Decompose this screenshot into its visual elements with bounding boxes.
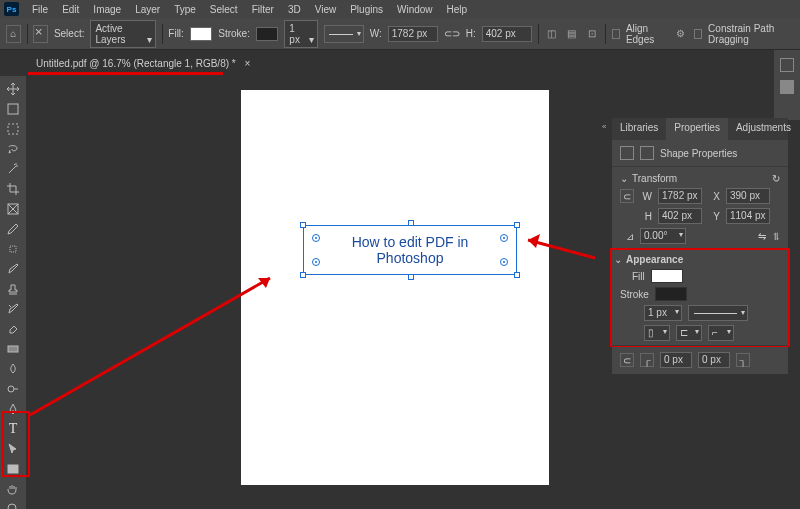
select-dropdown[interactable]: Active Layers [90,20,155,48]
wand-tool[interactable] [2,159,24,179]
collapsed-panel-icon[interactable] [780,58,794,72]
stroke-swatch[interactable] [256,27,278,41]
move-tool[interactable] [2,79,24,99]
prop-h-input[interactable]: 402 px [658,208,702,224]
crop-tool[interactable] [2,179,24,199]
marquee-tool[interactable] [2,119,24,139]
flip-h-icon[interactable]: ⇋ [758,231,766,242]
menu-file[interactable]: File [25,2,55,17]
svg-rect-3 [10,246,16,252]
panel-collapse-icon[interactable]: « [602,122,606,131]
link-wh-icon[interactable]: ⊂ [620,189,634,203]
eraser-tool[interactable] [2,319,24,339]
link-corners-icon[interactable]: ⊂ [620,353,634,367]
menu-image[interactable]: Image [86,2,128,17]
menu-select[interactable]: Select [203,2,245,17]
menu-filter[interactable]: Filter [245,2,281,17]
align-icon[interactable]: ▤ [565,26,579,42]
selected-shape[interactable]: How to edit PDF in Photoshop [303,225,517,275]
eyedropper-tool[interactable] [2,219,24,239]
menu-layer[interactable]: Layer [128,2,167,17]
blur-tool[interactable] [2,359,24,379]
svg-rect-1 [8,124,18,134]
tab-adjustments[interactable]: Adjustments [728,118,799,140]
artboard-tool[interactable] [2,99,24,119]
angle-input[interactable]: 0.00° [640,228,686,244]
zoom-tool[interactable] [2,499,24,509]
stroke-caps-dropdown[interactable]: ⊏ [676,325,702,341]
chevron-down-icon[interactable]: ⌄ [614,254,622,265]
transform-section: ⌄Transform↻ ⊂ W1782 px X390 px H402 px Y… [612,166,788,250]
stroke-corners-dropdown[interactable]: ⌐ [708,325,734,341]
stroke-align-dropdown[interactable]: ▯ [644,325,670,341]
collapsed-panel-icon[interactable] [780,80,794,94]
mask-icon [640,146,654,160]
constrain-checkbox[interactable] [694,29,702,39]
menu-3d[interactable]: 3D [281,2,308,17]
dodge-tool[interactable] [2,379,24,399]
fill-swatch[interactable] [651,269,683,283]
app-logo: Ps [4,2,19,16]
prop-x-input[interactable]: 390 px [726,188,770,204]
menu-edit[interactable]: Edit [55,2,86,17]
arrange-icon[interactable]: ⊡ [585,26,599,42]
stroke-style-dropdown[interactable] [688,305,748,321]
corner-tr-icon: ┐ [736,353,750,367]
link-wh-icon[interactable]: ⊂⊃ [444,28,460,39]
stamp-tool[interactable] [2,279,24,299]
document-canvas[interactable]: How to edit PDF in Photoshop [241,90,549,485]
reset-icon[interactable]: ↻ [772,173,780,184]
tool-preset-icon[interactable] [33,25,48,43]
appearance-title: Appearance [626,254,683,265]
svg-rect-0 [8,104,18,114]
panel-header: Shape Properties [612,140,788,166]
stroke-width-input[interactable]: 1 px [284,20,318,48]
menu-plugins[interactable]: Plugins [343,2,390,17]
corner-tl-input[interactable]: 0 px [660,352,692,368]
document-tab[interactable]: Untitled.pdf @ 16.7% (Rectangle 1, RGB/8… [28,54,264,73]
text-content[interactable]: How to edit PDF in Photoshop [304,226,516,266]
width-input[interactable] [388,26,438,42]
appearance-section: ⌄Appearance Fill Stroke 1 px ▯ ⊏ ⌐ [610,248,790,347]
prop-w-input[interactable]: 1782 px [658,188,702,204]
stroke-style-dropdown[interactable]: ▾ [324,25,364,43]
angle-icon: ⊿ [620,231,634,242]
menu-view[interactable]: View [308,2,344,17]
frame-tool[interactable] [2,199,24,219]
properties-panel: ≡ « Libraries Properties Adjustments Sha… [612,118,788,374]
fill-swatch[interactable] [190,27,212,41]
options-bar: ⌂ Select: Active Layers Fill: Stroke: 1 … [0,18,800,50]
flip-v-icon[interactable]: ⥮ [772,231,780,242]
chevron-down-icon[interactable]: ⌄ [620,173,628,184]
menu-bar: Ps File Edit Image Layer Type Select Fil… [0,0,800,18]
gradient-tool[interactable] [2,339,24,359]
tab-properties[interactable]: Properties [666,118,728,140]
collapsed-panels [774,50,800,120]
menu-help[interactable]: Help [440,2,475,17]
home-icon[interactable]: ⌂ [6,25,21,43]
close-tab-icon[interactable]: × [244,58,250,69]
align-edges-label: Align Edges [626,23,668,45]
prop-y-input[interactable]: 1104 px [726,208,770,224]
pathops-icon[interactable]: ◫ [545,26,559,42]
gear-icon[interactable]: ⚙ [674,26,688,42]
menu-window[interactable]: Window [390,2,440,17]
stroke-swatch[interactable] [655,287,687,301]
fill-label: Fill: [168,28,184,39]
history-brush-tool[interactable] [2,299,24,319]
tab-libraries[interactable]: Libraries [612,118,666,140]
corner-tr-input[interactable]: 0 px [698,352,730,368]
svg-line-10 [30,278,270,415]
brush-tool[interactable] [2,259,24,279]
transform-title: Transform [632,173,677,184]
annotation-tool-highlight [2,411,30,477]
document-tab-title: Untitled.pdf @ 16.7% (Rectangle 1, RGB/8… [36,58,236,69]
align-edges-checkbox[interactable] [612,29,620,39]
stroke-width-dropdown[interactable]: 1 px [644,305,682,321]
lasso-tool[interactable] [2,139,24,159]
corners-section: ⊂ ┌ 0 px 0 px ┐ [612,345,788,374]
hand-tool[interactable] [2,479,24,499]
menu-type[interactable]: Type [167,2,203,17]
heal-tool[interactable] [2,239,24,259]
height-input[interactable] [482,26,532,42]
